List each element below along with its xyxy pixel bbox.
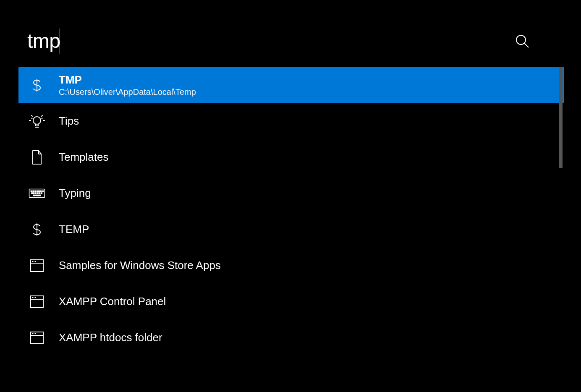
svg-point-0 bbox=[516, 35, 526, 44]
dollar-icon bbox=[29, 77, 45, 94]
result-title: Typing bbox=[59, 187, 91, 200]
svg-line-7 bbox=[42, 115, 42, 116]
svg-rect-16 bbox=[40, 191, 41, 192]
window-icon bbox=[29, 329, 45, 346]
result-item[interactable]: Tips bbox=[18, 103, 564, 139]
result-text: XAMPP Control Panel bbox=[59, 295, 166, 308]
result-text: TMPC:\Users\Oliver\AppData\Local\Temp bbox=[59, 73, 196, 97]
result-item[interactable]: XAMPP htdocs folder bbox=[18, 320, 564, 356]
svg-rect-11 bbox=[31, 191, 31, 192]
dollar-icon bbox=[29, 221, 45, 238]
result-item[interactable]: TEMP bbox=[18, 212, 564, 248]
result-text: XAMPP htdocs folder bbox=[59, 331, 162, 344]
results-list: TMPC:\Users\Oliver\AppData\Local\Temp Ti… bbox=[18, 67, 564, 392]
svg-rect-19 bbox=[34, 193, 34, 193]
result-title: TMP bbox=[59, 73, 196, 86]
svg-rect-37 bbox=[32, 333, 33, 334]
scrollbar-thumb[interactable] bbox=[559, 67, 563, 168]
svg-line-1 bbox=[524, 43, 529, 47]
search-input-wrap[interactable]: tmp bbox=[27, 29, 515, 54]
svg-rect-14 bbox=[37, 191, 37, 192]
search-panel: tmp TMPC:\Users\Oliver\AppData\Local\Tem… bbox=[0, 0, 581, 392]
result-title: XAMPP htdocs folder bbox=[59, 331, 162, 344]
svg-rect-15 bbox=[39, 191, 39, 192]
result-text: Tips bbox=[59, 115, 79, 128]
search-bar: tmp bbox=[0, 0, 581, 67]
result-item[interactable]: XAMPP Control Panel bbox=[18, 284, 564, 320]
svg-rect-39 bbox=[35, 333, 36, 334]
result-item[interactable]: Typing bbox=[18, 175, 564, 212]
svg-rect-22 bbox=[39, 193, 40, 193]
svg-rect-34 bbox=[35, 297, 36, 298]
svg-rect-33 bbox=[34, 297, 34, 298]
search-icon[interactable] bbox=[515, 34, 530, 49]
svg-rect-18 bbox=[31, 193, 32, 193]
svg-point-8 bbox=[32, 118, 32, 119]
svg-rect-28 bbox=[34, 261, 34, 262]
scrollbar-track[interactable] bbox=[559, 67, 563, 361]
result-title: Templates bbox=[59, 151, 109, 164]
result-title: XAMPP Control Panel bbox=[59, 295, 166, 308]
result-text: Typing bbox=[59, 187, 91, 200]
svg-rect-29 bbox=[35, 261, 36, 262]
text-cursor bbox=[60, 29, 60, 54]
result-subtitle: C:\Users\Oliver\AppData\Local\Temp bbox=[59, 87, 196, 97]
svg-rect-23 bbox=[41, 193, 42, 193]
result-text: Samples for Windows Store Apps bbox=[59, 259, 221, 272]
svg-point-9 bbox=[42, 118, 42, 119]
svg-rect-38 bbox=[34, 333, 34, 334]
window-icon bbox=[29, 257, 45, 274]
svg-line-6 bbox=[31, 115, 32, 116]
svg-point-2 bbox=[33, 117, 41, 124]
result-text: Templates bbox=[59, 151, 109, 164]
svg-rect-17 bbox=[42, 191, 43, 192]
result-item[interactable]: Templates bbox=[18, 139, 564, 175]
svg-rect-21 bbox=[37, 193, 38, 193]
svg-rect-32 bbox=[32, 297, 33, 298]
file-icon bbox=[29, 149, 45, 166]
result-title: TEMP bbox=[59, 223, 89, 236]
svg-rect-13 bbox=[35, 191, 36, 192]
search-query-text: tmp bbox=[27, 29, 60, 52]
result-title: Samples for Windows Store Apps bbox=[59, 259, 221, 272]
keyboard-icon bbox=[29, 185, 45, 202]
result-title: Tips bbox=[59, 115, 79, 128]
svg-rect-24 bbox=[33, 195, 41, 196]
result-item[interactable]: TMPC:\Users\Oliver\AppData\Local\Temp bbox=[18, 67, 564, 103]
svg-rect-12 bbox=[33, 191, 34, 192]
svg-rect-20 bbox=[35, 193, 36, 193]
result-item[interactable]: Samples for Windows Store Apps bbox=[18, 248, 564, 284]
window-icon bbox=[29, 293, 45, 310]
lightbulb-icon bbox=[29, 113, 45, 130]
result-text: TEMP bbox=[59, 223, 89, 236]
svg-rect-27 bbox=[32, 261, 33, 262]
